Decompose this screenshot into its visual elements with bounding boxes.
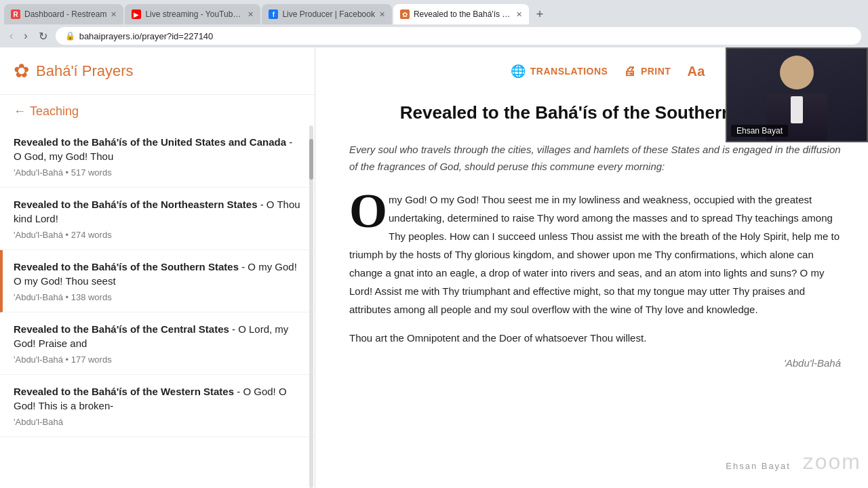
tab-label-youtube: Live streaming - YouTube Studio xyxy=(145,9,243,19)
print-icon: 🖨 xyxy=(624,64,637,79)
tab-label-restream: Dashboard - Restream xyxy=(24,9,106,19)
person-head xyxy=(780,56,814,89)
list-item-active[interactable]: Revealed to the Bahá'ís of the Southern … xyxy=(0,250,315,312)
list-item[interactable]: Revealed to the Bahá'ís of the United St… xyxy=(0,125,315,188)
prayer-body: Omy God! O my God! Thou seest me in my l… xyxy=(349,190,841,319)
print-label: PRINT xyxy=(641,66,671,77)
scroll-thumb xyxy=(309,139,313,180)
translations-label: TRANSLATIONS xyxy=(530,66,608,77)
address-bar: ‹ › ↻ 🔒 bahaiprayers.io/prayer?id=227140 xyxy=(0,24,868,47)
translations-button[interactable]: 🌐 TRANSLATIONS xyxy=(511,64,608,79)
prayer-meta: 'Abdu'l-Bahá xyxy=(14,417,301,427)
prayer-title: Revealed to the Bahá'ís of the Northeast… xyxy=(14,197,301,226)
url-text: bahaiprayers.io/prayer?id=227140 xyxy=(79,31,214,41)
back-label: Teaching xyxy=(30,104,79,119)
sidebar: ✿ Bahá'í Prayers ← Teaching Revealed to … xyxy=(0,47,315,488)
prayer-title: Revealed to the Bahá'ís of the Central S… xyxy=(14,322,301,350)
prayer-body-text: my God! O my God! Thou seest me in my lo… xyxy=(349,194,840,315)
tab-close-facebook[interactable]: ✕ xyxy=(379,10,385,19)
prayer-meta: 'Abdu'l-Bahá • 138 words xyxy=(14,292,301,302)
tab-label-facebook: Live Producer | Facebook xyxy=(282,9,375,19)
prayer-title: Revealed to the Bahá'ís of the Southern … xyxy=(14,260,301,288)
list-item[interactable]: Revealed to the Bahá'ís of the Western S… xyxy=(0,375,315,437)
header-actions: 🌐 TRANSLATIONS 🖨 PRINT Aa xyxy=(497,47,719,95)
list-item[interactable]: Revealed to the Bahá'ís of the Central S… xyxy=(0,312,315,375)
forward-button[interactable]: › xyxy=(21,28,30,43)
tab-close-bahai[interactable]: ✕ xyxy=(516,10,522,19)
prayer-title: Revealed to the Bahá'ís of the United St… xyxy=(14,135,301,163)
zoom-name-overlay: Ehsan Bayat xyxy=(726,461,791,471)
logo-icon: ✿ xyxy=(14,60,29,82)
prayer-title: Revealed to the Bahá'ís of the Western S… xyxy=(14,384,301,413)
browser-chrome: R Dashboard - Restream ✕ ▶ Live streamin… xyxy=(0,0,868,47)
prayer-attribution: 'Abdu'l-Bahá xyxy=(349,357,841,369)
tab-facebook[interactable]: f Live Producer | Facebook ✕ xyxy=(262,4,392,24)
tab-bahai[interactable]: ✿ Revealed to the Bahá'ís of the So... ✕ xyxy=(393,4,529,24)
prayer-subtitle: Every soul who travels through the citie… xyxy=(349,141,841,176)
video-overlay: Ehsan Bayat xyxy=(726,47,868,142)
globe-icon: 🌐 xyxy=(511,64,526,79)
tab-favicon-bahai: ✿ xyxy=(400,9,410,19)
logo-text: Bahá'í Prayers xyxy=(36,62,134,80)
zoom-watermark: Ehsan Bayat zoom xyxy=(726,449,861,474)
tab-youtube[interactable]: ▶ Live streaming - YouTube Studio ✕ xyxy=(125,4,260,24)
back-button[interactable]: ‹ xyxy=(7,28,16,43)
video-name-tag: Ehsan Bayat xyxy=(731,125,788,137)
tab-favicon-facebook: f xyxy=(269,9,278,19)
prayer-meta: 'Abdu'l-Bahá • 517 words xyxy=(14,167,301,178)
print-button[interactable]: 🖨 PRINT xyxy=(624,64,671,79)
back-nav[interactable]: ← Teaching xyxy=(0,95,315,125)
tab-restream[interactable]: R Dashboard - Restream ✕ xyxy=(4,4,123,24)
zoom-logo: zoom xyxy=(803,449,861,474)
prayer-meta: 'Abdu'l-Bahá • 274 words xyxy=(14,230,301,240)
tab-favicon-youtube: ▶ xyxy=(132,9,141,19)
font-size-button[interactable]: Aa xyxy=(687,64,705,79)
font-size-label: Aa xyxy=(687,64,705,79)
video-person: Ehsan Bayat xyxy=(727,49,867,141)
shirt-collar xyxy=(791,96,803,123)
prayer-list: Revealed to the Bahá'ís of the United St… xyxy=(0,125,315,488)
page-wrapper: ✿ Bahá'í Prayers ← Teaching Revealed to … xyxy=(0,47,868,488)
tab-close-restream[interactable]: ✕ xyxy=(111,10,117,19)
new-tab-button[interactable]: + xyxy=(530,5,549,24)
url-bar[interactable]: 🔒 bahaiprayers.io/prayer?id=227140 xyxy=(56,27,861,45)
prayer-closing: Thou art the Omnipotent and the Doer of … xyxy=(349,332,841,344)
back-arrow-icon: ← xyxy=(14,104,26,119)
tab-close-youtube[interactable]: ✕ xyxy=(248,10,254,19)
tab-bar: R Dashboard - Restream ✕ ▶ Live streamin… xyxy=(0,0,868,24)
tab-favicon-restream: R xyxy=(11,9,20,19)
scrollbar[interactable] xyxy=(309,125,313,488)
drop-cap: O xyxy=(349,190,387,232)
site-header: ✿ Bahá'í Prayers xyxy=(0,47,315,95)
reload-button[interactable]: ↻ xyxy=(36,28,50,44)
prayer-meta: 'Abdu'l-Bahá • 177 words xyxy=(14,354,301,365)
tab-label-bahai: Revealed to the Bahá'ís of the So... xyxy=(414,9,512,19)
lock-icon: 🔒 xyxy=(65,31,75,41)
list-item[interactable]: Revealed to the Bahá'ís of the Northeast… xyxy=(0,188,315,250)
